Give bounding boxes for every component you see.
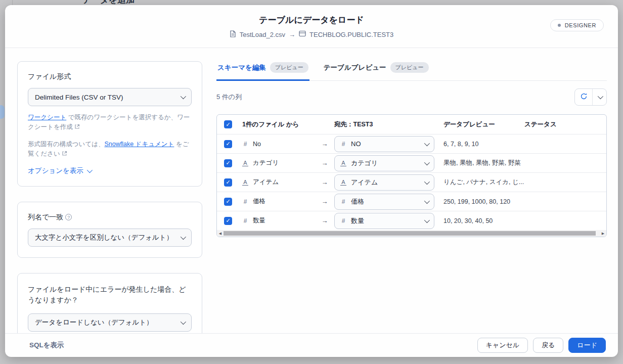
- options-panel: ファイル形式 Delimited Files (CSV or TSV) ワークシ…: [17, 61, 202, 333]
- data-preview-cell: 果物, 果物, 果物, 野菜, 野菜: [443, 159, 524, 167]
- number-type-icon: #: [340, 141, 346, 148]
- scroll-right-icon[interactable]: ▶: [600, 232, 606, 236]
- row-checkbox[interactable]: ✓: [224, 178, 232, 187]
- cancel-button[interactable]: キャンセル: [477, 338, 528, 353]
- number-type-icon: #: [340, 198, 346, 205]
- arrow-right-glyph: →: [315, 198, 334, 205]
- load-data-dialog: テーブルにデータをロード TestLoad_2.csv → TECHBLOG.P…: [5, 5, 618, 357]
- tab-edit-schema[interactable]: スキーマを編集 プレビュー: [216, 61, 309, 81]
- destination-column-select[interactable]: #数量: [334, 213, 434, 229]
- show-sql-link[interactable]: SQLを表示: [29, 341, 64, 350]
- refresh-button[interactable]: [575, 89, 592, 105]
- table-header-row: ✓ 1件のファイル から 宛先：TEST3 データプレビュー ステータス: [217, 115, 606, 134]
- snowflake-docs-link[interactable]: Snowflake ドキュメント: [104, 141, 174, 148]
- preview-badge: プレビュー: [270, 62, 308, 73]
- chevron-down-icon: [181, 319, 186, 325]
- table-row: ✓ #価格 → #価格 250, 199, 1000, 80, 120: [217, 192, 606, 211]
- destination-column-name: 価格: [351, 197, 420, 206]
- destination-column-select[interactable]: #NO: [334, 136, 434, 152]
- tab-bar: スキーマを編集 プレビュー テーブルプレビュー プレビュー: [216, 61, 607, 81]
- text-type-icon: A: [340, 179, 346, 186]
- source-column-name: 価格: [253, 197, 265, 206]
- dialog-header: テーブルにデータをロード TestLoad_2.csv → TECHBLOG.P…: [5, 5, 618, 48]
- source-column-name: No: [253, 141, 261, 148]
- chevron-down-icon: [424, 140, 430, 146]
- file-format-select[interactable]: Delimited Files (CSV or TSV): [28, 88, 192, 106]
- row-checkbox[interactable]: ✓: [224, 159, 232, 167]
- data-preview-cell: りんご, バナナ, スイカ, じ...: [443, 178, 524, 187]
- number-type-icon: #: [242, 141, 248, 148]
- file-format-card: ファイル形式 Delimited Files (CSV or TSV) ワークシ…: [17, 61, 202, 187]
- role-badge[interactable]: DESIGNER: [550, 19, 604, 31]
- show-options-link[interactable]: オプションを表示: [28, 166, 192, 175]
- match-by-name-card: 列名で一致 ? 大文字と小文字を区別しない（デフォルト）: [17, 202, 202, 258]
- source-column-name: アイテム: [253, 178, 279, 187]
- preview-badge: プレビュー: [390, 62, 429, 73]
- help-question-icon[interactable]: ?: [65, 214, 72, 220]
- table-row: ✓ Aカテゴリ → Aカテゴリ 果物, 果物, 果物, 野菜, 野菜: [217, 153, 606, 172]
- destination-column-name: 数量: [351, 216, 420, 225]
- role-badge-label: DESIGNER: [565, 22, 596, 28]
- row-checkbox[interactable]: ✓: [224, 140, 232, 148]
- arrow-right-glyph: →: [315, 140, 334, 148]
- destination-table-name: TECHBLOG.PUBLIC.TEST3: [309, 31, 393, 38]
- chevron-down-icon: [181, 234, 186, 239]
- table-controls: 5 件の列: [216, 88, 607, 106]
- schema-panel: スキーマを編集 プレビュー テーブルプレビュー プレビュー 5 件の列: [216, 61, 607, 333]
- destination-column-name: カテゴリ: [351, 159, 420, 168]
- header-destination: 宛先：TEST3: [334, 120, 443, 129]
- dialog-subtitle: TestLoad_2.csv → TECHBLOG.PUBLIC.TEST3: [230, 30, 394, 39]
- match-by-name-label: 列名で一致: [28, 213, 63, 222]
- arrow-right-glyph: →: [315, 159, 334, 167]
- horizontal-scrollbar[interactable]: ◀ ▶: [217, 230, 606, 237]
- refresh-menu-button[interactable]: [592, 89, 606, 105]
- chevron-down-icon: [597, 94, 603, 99]
- schema-mapping-table: ✓ 1件のファイル から 宛先：TEST3 データプレビュー ステータス ✓ #…: [216, 114, 607, 237]
- dialog-title: テーブルにデータをロード: [259, 14, 364, 26]
- table-row: ✓ #数量 → #数量 10, 20, 30, 40, 50: [217, 211, 606, 230]
- worksheet-help-text: ワークシート で既存のワークシートを選択するか、ワークシートを作成: [28, 113, 192, 133]
- back-button[interactable]: 戻る: [533, 338, 563, 353]
- docs-help-text: 形式固有の構成ついては、Snowflake ドキュメント をご覧ください: [28, 140, 192, 160]
- match-by-name-select[interactable]: 大文字と小文字を区別しない（デフォルト）: [28, 229, 192, 247]
- destination-column-select[interactable]: Aアイテム: [334, 174, 434, 191]
- text-type-icon: A: [242, 160, 248, 166]
- data-preview-cell: 6, 7, 8, 9, 10: [443, 141, 524, 148]
- chevron-down-icon: [424, 217, 430, 222]
- arrow-right-glyph: →: [315, 178, 334, 186]
- data-preview-cell: 10, 20, 30, 40, 50: [443, 217, 524, 224]
- scrollbar-thumb[interactable]: [224, 231, 596, 236]
- row-checkbox[interactable]: ✓: [224, 198, 232, 206]
- file-icon: [230, 30, 236, 39]
- worksheet-link[interactable]: ワークシート: [28, 114, 66, 121]
- footer-buttons: キャンセル 戻る ロード: [477, 338, 606, 353]
- scroll-left-icon[interactable]: ◀: [217, 232, 224, 236]
- background-sidebar-pill: [0, 105, 5, 119]
- error-handling-select[interactable]: データをロードしない（デフォルト）: [28, 313, 192, 332]
- error-handling-value: データをロードしない（デフォルト）: [35, 318, 153, 327]
- role-dot-icon: [558, 24, 561, 27]
- number-type-icon: #: [242, 198, 248, 205]
- text-type-icon: A: [340, 160, 346, 166]
- dialog-body: ファイル形式 Delimited Files (CSV or TSV) ワークシ…: [5, 48, 618, 333]
- number-type-icon: #: [242, 217, 248, 224]
- row-checkbox[interactable]: ✓: [224, 217, 232, 225]
- tab-table-preview[interactable]: テーブルプレビュー プレビュー: [323, 61, 430, 81]
- table-row: ✓ #No → #NO 6, 7, 8, 9, 10: [217, 134, 606, 153]
- header-status: ステータス: [524, 120, 606, 129]
- file-format-value: Delimited Files (CSV or TSV): [35, 94, 123, 101]
- external-link-icon: [74, 123, 80, 132]
- text-type-icon: A: [242, 179, 248, 186]
- refresh-split-button: [574, 88, 607, 106]
- load-button[interactable]: ロード: [568, 338, 606, 353]
- select-all-checkbox[interactable]: ✓: [224, 120, 232, 128]
- destination-column-select[interactable]: Aカテゴリ: [334, 155, 434, 171]
- destination-column-name: NO: [351, 140, 420, 148]
- destination-column-select[interactable]: #価格: [334, 194, 434, 210]
- data-preview-cell: 250, 199, 1000, 80, 120: [443, 198, 524, 205]
- error-handling-card: ファイルをロード中にエラーが発生した場合、どうなりますか？ データをロードしない…: [17, 273, 202, 334]
- number-type-icon: #: [340, 217, 346, 224]
- refresh-icon: [580, 93, 588, 102]
- destination-column-name: アイテム: [351, 178, 420, 187]
- header-source: 1件のファイル から: [239, 120, 315, 129]
